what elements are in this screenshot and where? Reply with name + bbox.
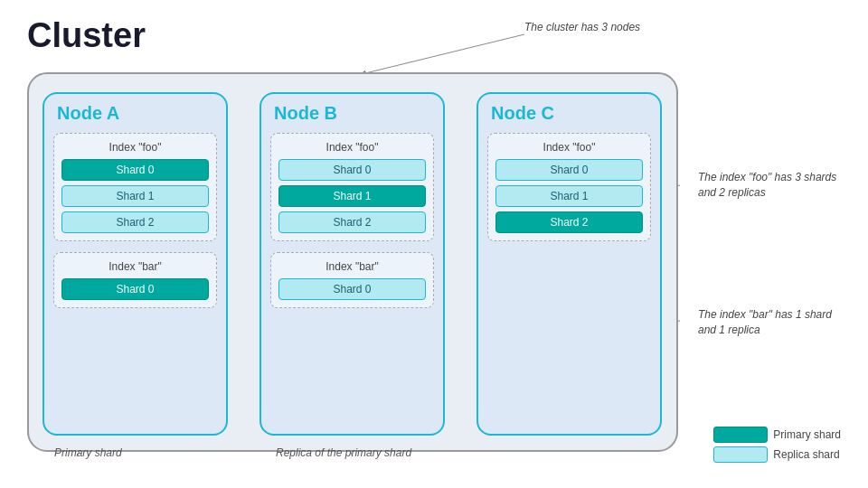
legend-primary: Primary shard — [713, 427, 841, 443]
node-c-shard-1: Shard 1 — [495, 185, 643, 207]
page-title: Cluster — [27, 16, 146, 55]
node-b-index-bar-label: Index "bar" — [278, 260, 426, 273]
legend: Primary shard Replica shard — [713, 427, 841, 463]
label-primary-shard: Primary shard — [54, 446, 122, 459]
legend-replica: Replica shard — [713, 446, 841, 463]
node-b-bar-shard-0: Shard 0 — [278, 278, 426, 300]
node-a-bar-shard-0: Shard 0 — [61, 278, 209, 300]
node-c-index-foo: Index "foo" Shard 0 Shard 1 Shard 2 — [487, 133, 651, 241]
node-b-shard-2: Shard 2 — [278, 211, 426, 233]
node-a-index-bar-label: Index "bar" — [61, 260, 209, 273]
node-a: Node A Index "foo" Shard 0 Shard 1 Shard… — [42, 92, 228, 436]
label-replica-shard: Replica of the primary shard — [276, 446, 411, 459]
cluster-annotation: The cluster has 3 nodes — [524, 20, 640, 35]
legend-replica-label: Replica shard — [773, 448, 839, 461]
node-c-title: Node C — [487, 103, 651, 124]
node-a-index-foo: Index "foo" Shard 0 Shard 1 Shard 2 — [53, 133, 217, 241]
legend-primary-color — [713, 427, 768, 443]
node-a-shard-1: Shard 1 — [61, 185, 209, 207]
cluster-box: Node A Index "foo" Shard 0 Shard 1 Shard… — [27, 72, 678, 452]
node-a-title: Node A — [53, 103, 217, 124]
node-b-shard-1: Shard 1 — [278, 185, 426, 207]
node-b-index-foo: Index "foo" Shard 0 Shard 1 Shard 2 — [270, 133, 434, 241]
node-a-index-foo-label: Index "foo" — [61, 141, 209, 154]
legend-primary-label: Primary shard — [773, 428, 841, 441]
node-c-index-foo-label: Index "foo" — [495, 141, 643, 154]
node-b-index-bar: Index "bar" Shard 0 — [270, 252, 434, 308]
node-b-shard-0: Shard 0 — [278, 159, 426, 181]
foo-annotation: The index "foo" has 3 shardsand 2 replic… — [698, 170, 843, 201]
node-b-index-foo-label: Index "foo" — [278, 141, 426, 154]
node-a-index-bar: Index "bar" Shard 0 — [53, 252, 217, 308]
node-a-shard-0: Shard 0 — [61, 159, 209, 181]
node-c-shard-2: Shard 2 — [495, 211, 643, 233]
svg-line-0 — [362, 34, 524, 74]
node-b-title: Node B — [270, 103, 434, 124]
bar-annotation: The index "bar" has 1 shardand 1 replica — [698, 307, 843, 338]
node-c: Node C Index "foo" Shard 0 Shard 1 Shard… — [476, 92, 662, 436]
node-a-shard-2: Shard 2 — [61, 211, 209, 233]
node-b: Node B Index "foo" Shard 0 Shard 1 Shard… — [259, 92, 445, 436]
node-c-shard-0: Shard 0 — [495, 159, 643, 181]
legend-replica-color — [713, 446, 768, 463]
